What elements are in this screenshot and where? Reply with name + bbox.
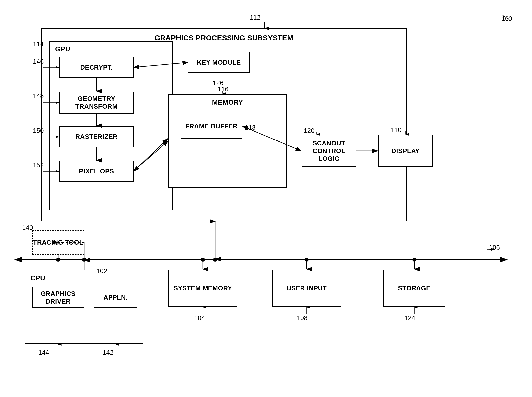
ref-120: 120 — [304, 127, 314, 135]
diagram: 100 112 GRAPHICS PROCESSING SUBSYSTEM GP… — [0, 0, 532, 397]
ref-116: 116 — [218, 85, 228, 93]
storage-box: STORAGE — [383, 270, 445, 307]
decrypt-box: DECRYPT. — [59, 57, 134, 78]
tracing-tool-box: TRACING TOOL — [32, 230, 84, 255]
ref-144: 144 — [38, 349, 49, 356]
ref-142: 142 — [103, 349, 113, 356]
appln-box: APPLN. — [94, 287, 137, 308]
ref-114: 114 — [33, 40, 44, 48]
graphics-driver-box: GRAPHICS DRIVER — [32, 287, 84, 308]
scanout-control-logic-box: SCANOUT CONTROL LOGIC — [302, 135, 356, 167]
svg-point-27 — [201, 258, 205, 262]
frame-buffer-box: FRAME BUFFER — [181, 114, 242, 139]
memory-box: MEMORY — [168, 94, 287, 188]
rasterizer-box: RASTERIZER — [59, 126, 134, 147]
svg-point-31 — [412, 258, 416, 262]
user-input-box: USER INPUT — [272, 270, 341, 307]
ref-104: 104 — [194, 314, 205, 322]
ref-152: 152 — [33, 162, 44, 169]
ref-148: 148 — [33, 92, 44, 100]
gpu-label: GPU — [55, 45, 70, 53]
svg-point-21 — [56, 258, 60, 262]
ref-124: 124 — [404, 314, 415, 322]
subsystem-title: GRAPHICS PROCESSING SUBSYSTEM — [154, 34, 293, 42]
svg-point-29 — [305, 258, 309, 262]
svg-point-19 — [213, 258, 217, 262]
svg-point-24 — [82, 258, 86, 262]
ref-112: 112 — [250, 14, 260, 21]
system-memory-box: SYSTEM MEMORY — [168, 270, 237, 307]
ref-108: 108 — [297, 314, 307, 322]
ref-150: 150 — [33, 127, 44, 135]
ref-102: 102 — [96, 267, 107, 275]
cpu-label: CPU — [30, 274, 45, 282]
geometry-transform-box: GEOMETRY TRANSFORM — [59, 92, 134, 114]
pixel-ops-box: PIXEL OPS — [59, 161, 134, 182]
ref-100: 100 — [502, 15, 512, 23]
memory-label: MEMORY — [212, 98, 243, 106]
ref-118: 118 — [245, 124, 255, 131]
key-module-box: KEY MODULE — [188, 52, 250, 73]
ref-106: 106 — [489, 244, 500, 251]
ref-110: 110 — [391, 126, 401, 134]
ref-146: 146 — [33, 58, 44, 65]
display-box: DISPLAY — [378, 135, 433, 167]
ref-140: 140 — [22, 224, 33, 232]
